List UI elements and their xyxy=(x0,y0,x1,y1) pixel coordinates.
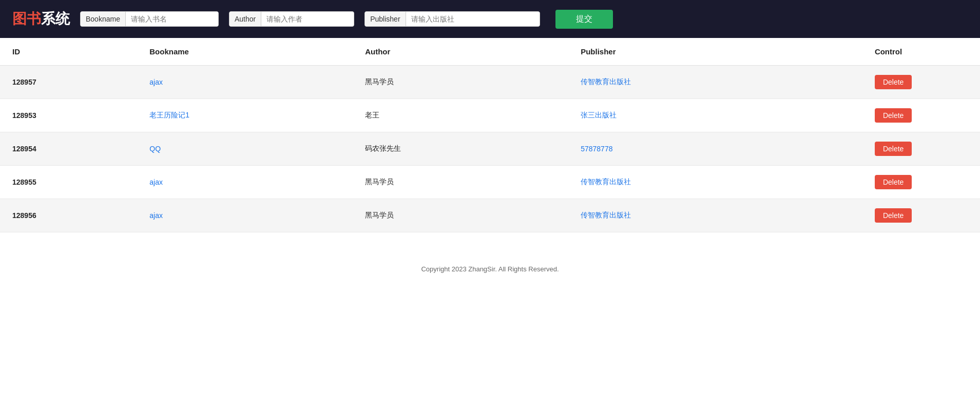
bookname-input[interactable] xyxy=(126,12,218,26)
title-text-white: 系统 xyxy=(41,11,70,27)
delete-button[interactable]: Delete xyxy=(875,175,912,189)
author-input[interactable] xyxy=(261,12,354,26)
cell-author: 老王 xyxy=(353,99,568,132)
cell-bookname: 老王历险记1 xyxy=(137,99,353,132)
publisher-input[interactable] xyxy=(406,12,540,26)
cell-control: Delete xyxy=(862,166,980,199)
cell-bookname: QQ xyxy=(137,132,353,166)
table-row: 128956ajax黑马学员传智教育出版社Delete xyxy=(0,199,980,232)
cell-author: 码农张先生 xyxy=(353,132,568,166)
cell-author: 黑马学员 xyxy=(353,66,568,99)
cell-bookname: ajax xyxy=(137,199,353,232)
cell-id: 128956 xyxy=(0,199,137,232)
bookname-search-group: Bookname xyxy=(80,11,219,27)
cell-id: 128953 xyxy=(0,99,137,132)
author-search-group: Author xyxy=(229,11,354,27)
cell-author: 黑马学员 xyxy=(353,166,568,199)
cell-control: Delete xyxy=(862,99,980,132)
table-row: 128955ajax黑马学员传智教育出版社Delete xyxy=(0,166,980,199)
table-header-row: ID Bookname Author Publisher Control xyxy=(0,38,980,66)
header: 图书系统 Bookname Author Publisher 提交 xyxy=(0,0,980,38)
publisher-search-group: Publisher xyxy=(364,11,540,27)
cell-bookname: ajax xyxy=(137,166,353,199)
delete-button[interactable]: Delete xyxy=(875,142,912,156)
col-header-id: ID xyxy=(0,38,137,66)
cell-bookname: ajax xyxy=(137,66,353,99)
cell-publisher: 传智教育出版社 xyxy=(568,166,862,199)
cell-control: Delete xyxy=(862,66,980,99)
delete-button[interactable]: Delete xyxy=(875,108,912,123)
cell-publisher: 张三出版社 xyxy=(568,99,862,132)
cell-id: 128957 xyxy=(0,66,137,99)
cell-publisher: 传智教育出版社 xyxy=(568,66,862,99)
footer: Copyright 2023 ZhangSir. All Rights Rese… xyxy=(0,253,980,285)
table-body: 128957ajax黑马学员传智教育出版社Delete128953老王历险记1老… xyxy=(0,66,980,232)
title-highlight-red: 图书 xyxy=(12,11,41,27)
submit-button[interactable]: 提交 xyxy=(555,10,613,29)
table-row: 128957ajax黑马学员传智教育出版社Delete xyxy=(0,66,980,99)
bookname-label: Bookname xyxy=(81,12,126,26)
col-header-control: Control xyxy=(862,38,980,66)
cell-id: 128955 xyxy=(0,166,137,199)
cell-author: 黑马学员 xyxy=(353,199,568,232)
cell-publisher: 传智教育出版社 xyxy=(568,199,862,232)
copyright-text: Copyright 2023 ZhangSir. All Rights Rese… xyxy=(421,265,559,273)
col-header-bookname: Bookname xyxy=(137,38,353,66)
cell-control: Delete xyxy=(862,132,980,166)
cell-id: 128954 xyxy=(0,132,137,166)
publisher-label: Publisher xyxy=(365,12,406,26)
delete-button[interactable]: Delete xyxy=(875,75,912,89)
author-label: Author xyxy=(229,12,261,26)
table-row: 128953老王历险记1老王张三出版社Delete xyxy=(0,99,980,132)
cell-publisher: 57878778 xyxy=(568,132,862,166)
col-header-author: Author xyxy=(353,38,568,66)
app-title: 图书系统 xyxy=(12,9,70,29)
main-content: ID Bookname Author Publisher Control 128… xyxy=(0,38,980,253)
col-header-publisher: Publisher xyxy=(568,38,862,66)
books-table: ID Bookname Author Publisher Control 128… xyxy=(0,38,980,232)
delete-button[interactable]: Delete xyxy=(875,208,912,223)
cell-control: Delete xyxy=(862,199,980,232)
table-row: 128954QQ码农张先生57878778Delete xyxy=(0,132,980,166)
